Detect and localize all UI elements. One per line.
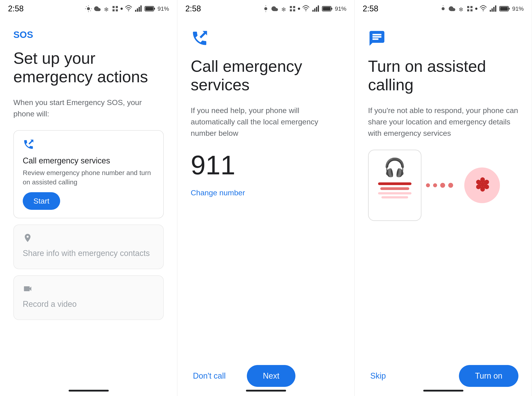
- line-red-2: [380, 187, 409, 190]
- card1-title: Call emergency services: [23, 156, 154, 165]
- status-time-2: 2:58: [185, 4, 201, 13]
- phone-mockup: 🎧: [368, 150, 422, 221]
- status-time-1: 2:58: [8, 4, 24, 13]
- svg-rect-50: [500, 7, 508, 11]
- panel1-subtitle: When you start Emergency SOS, your phone…: [13, 97, 164, 120]
- line-red-light-1: [378, 192, 412, 194]
- svg-rect-35: [323, 7, 331, 11]
- panel3-title: Turn on assisted calling: [368, 57, 518, 94]
- connector-dot-3: [440, 183, 445, 188]
- line-red-light-2: [381, 196, 408, 198]
- wifi-icon-2: [302, 5, 310, 12]
- connector-dot-2: [433, 183, 437, 187]
- status-bar-2: 2:58 ❄ 91%: [177, 0, 355, 16]
- svg-point-20: [264, 7, 267, 10]
- turn-on-button[interactable]: Turn on: [459, 365, 518, 387]
- headset-icon: 🎧: [384, 157, 406, 178]
- svg-text:❄: ❄: [104, 6, 109, 12]
- svg-point-36: [441, 7, 444, 10]
- dots-connector: [426, 183, 453, 188]
- svg-text:❄: ❄: [458, 6, 463, 12]
- svg-line-3: [86, 6, 87, 7]
- home-indicator-3: [423, 390, 463, 391]
- svg-point-28: [305, 10, 306, 11]
- location-gray-icon: [23, 233, 154, 245]
- dont-call-button[interactable]: Don't call: [191, 367, 228, 385]
- grid-icon-3: [466, 5, 473, 12]
- start-button[interactable]: Start: [23, 192, 60, 210]
- svg-rect-30: [314, 8, 315, 12]
- sun-icon-2: [262, 5, 269, 12]
- svg-rect-15: [139, 7, 140, 12]
- sos-asterisk-icon: ✽: [475, 175, 490, 196]
- battery-icon-2: [321, 5, 333, 12]
- svg-rect-45: [492, 8, 492, 12]
- panel1-title: Set up your emergency actions: [13, 49, 164, 86]
- sun-icon: [85, 5, 92, 12]
- snowflake-icon-3: ❄: [457, 5, 464, 12]
- panel2-subtitle: If you need help, your phone will automa…: [191, 105, 341, 139]
- home-indicator-2: [246, 390, 286, 391]
- home-indicator-1: [69, 390, 109, 391]
- panel3-bottom: Skip Turn on: [355, 356, 532, 396]
- panel2-title: Call emergency services: [191, 57, 341, 94]
- panel-call-emergency: 2:58 ❄ 91% Call emergency services If yo…: [177, 0, 355, 396]
- svg-rect-46: [493, 7, 494, 12]
- status-icons-3: ❄ 91%: [440, 5, 524, 12]
- svg-rect-27: [293, 9, 295, 11]
- status-time-3: 2:58: [363, 4, 378, 13]
- svg-rect-42: [470, 9, 473, 11]
- next-button[interactable]: Next: [247, 365, 295, 387]
- battery-icon: [144, 5, 156, 12]
- svg-rect-24: [290, 6, 292, 8]
- svg-rect-31: [316, 7, 317, 12]
- svg-point-43: [483, 10, 484, 11]
- svg-rect-47: [495, 5, 496, 12]
- panel3-content: Turn on assisted calling If you're not a…: [355, 16, 532, 356]
- panel2-header-icon: [191, 29, 341, 48]
- svg-rect-9: [116, 6, 118, 8]
- battery-icon-3: [499, 5, 510, 12]
- wifi-icon-3: [479, 5, 487, 12]
- assisted-calling-illustration: 🎧 ✽: [368, 150, 518, 221]
- panel1-bottom: [0, 356, 177, 396]
- cloud-icon-3: [448, 5, 456, 12]
- status-bar-1: 2:58 ❄ 91%: [0, 0, 177, 16]
- svg-rect-41: [467, 9, 469, 11]
- card-record-video: Record a video: [13, 275, 164, 320]
- svg-rect-29: [312, 10, 314, 12]
- sos-label: SOS: [13, 29, 164, 40]
- card2-title: Share info with emergency contacts: [23, 249, 154, 258]
- wifi-icon: [125, 5, 132, 12]
- card3-title: Record a video: [23, 299, 154, 309]
- panel2-content: Call emergency services If you need help…: [177, 16, 355, 356]
- dot-icon: [120, 8, 123, 10]
- snowflake-icon-2: ❄: [280, 5, 287, 12]
- skip-button[interactable]: Skip: [368, 367, 388, 385]
- cloud-icon: [94, 5, 101, 12]
- svg-rect-8: [113, 6, 114, 8]
- signal-icon-3: [489, 5, 497, 12]
- change-number-link[interactable]: Change number: [191, 188, 245, 197]
- panel3-subtitle: If you're not able to respond, your phon…: [368, 105, 518, 139]
- battery-text-3: 91%: [512, 5, 524, 12]
- sos-indicator-circle: ✽: [464, 168, 500, 203]
- cloud-icon-2: [271, 5, 278, 12]
- signal-icon: [134, 5, 142, 12]
- svg-rect-19: [145, 7, 153, 11]
- svg-rect-40: [470, 6, 473, 8]
- snowflake-icon: ❄: [103, 5, 110, 12]
- grid-icon-2: [289, 5, 296, 12]
- panel-emergency-setup: 2:58 ❄ 91% SOS Set up your emergency act…: [0, 0, 177, 396]
- svg-rect-11: [116, 9, 118, 11]
- emergency-number: 911: [191, 150, 341, 181]
- status-bar-3: 2:58 ❄ 91%: [355, 0, 532, 16]
- signal-icon-2: [312, 5, 320, 12]
- svg-rect-10: [113, 9, 114, 11]
- grid-icon: [112, 5, 119, 12]
- svg-rect-49: [509, 8, 510, 10]
- svg-rect-14: [137, 8, 138, 12]
- svg-point-12: [128, 10, 129, 11]
- svg-rect-44: [490, 10, 491, 12]
- status-icons-1: ❄ 91%: [85, 5, 169, 12]
